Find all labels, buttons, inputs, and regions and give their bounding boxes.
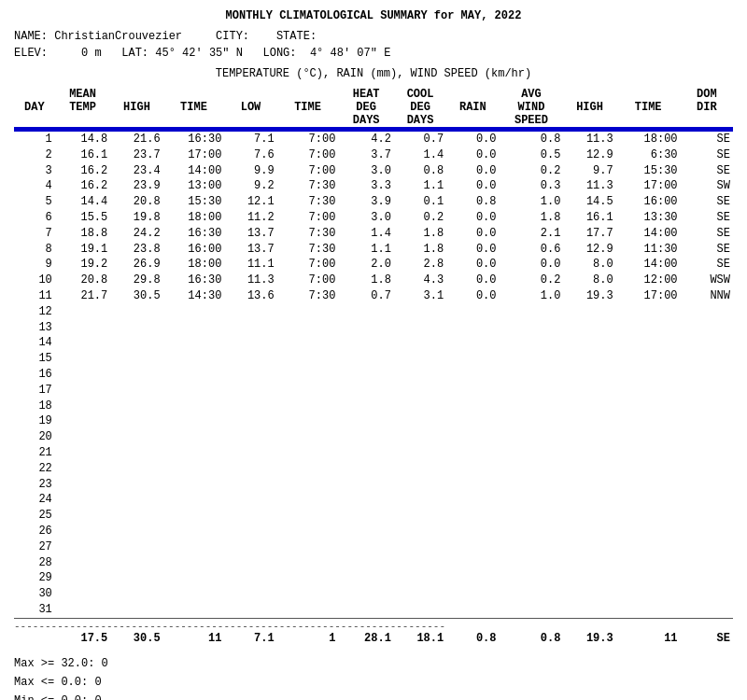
col-ltime-h1: [277, 88, 339, 101]
cell-10: [563, 429, 615, 445]
cell-3: 16:00: [163, 242, 225, 258]
col-day-h2: DAY: [14, 101, 55, 114]
table-row: 316.223.414:009.97:003.00.80.00.29.715:3…: [14, 163, 733, 179]
col-day-h3: [14, 114, 55, 127]
col-avghigh-h3: [563, 114, 615, 127]
col-avgspd-h3: SPEED: [500, 114, 564, 127]
cell-6: 1.4: [338, 226, 393, 242]
cell-9: [500, 539, 564, 555]
cell-3: [163, 586, 225, 602]
cell-4: [224, 335, 276, 351]
cell-2: 19.8: [110, 210, 162, 226]
cell-10: [563, 335, 615, 351]
cell-9: [500, 429, 564, 445]
col-htime-h1: [163, 88, 225, 101]
cell-7: 0.2: [394, 210, 446, 226]
cell-11: 18:00: [616, 132, 681, 147]
cell-3: [163, 335, 225, 351]
cell-12: [681, 461, 733, 477]
cell-4: 13.7: [224, 226, 276, 242]
cell-5: 7:30: [277, 194, 339, 210]
cell-4: [224, 508, 276, 524]
cell-9: [500, 508, 564, 524]
cell-4: [224, 399, 276, 414]
cell-7: 1.4: [394, 147, 446, 163]
table-row: 17: [14, 383, 733, 399]
cell-0: 25: [14, 508, 55, 524]
cell-11: 14:00: [616, 226, 681, 242]
cell-12: [681, 492, 733, 508]
cell-7: [394, 320, 446, 336]
table-row: 12: [14, 304, 733, 320]
cell-10: 19.3: [563, 288, 615, 304]
cell-0: 9: [14, 257, 55, 273]
cell-7: [394, 445, 446, 461]
cell-12: [681, 445, 733, 461]
cell-7: 1.8: [394, 242, 446, 258]
cell-1: [55, 539, 110, 555]
cell-11: [616, 413, 681, 429]
cell-8: 0.0: [446, 242, 499, 258]
cell-1: 19.2: [55, 257, 110, 273]
table-row: 19: [14, 413, 733, 429]
cell-6: 3.0: [338, 163, 393, 179]
cell-11: 14:00: [616, 257, 681, 273]
cell-1: [55, 477, 110, 493]
lat-value: 45° 42' 35" N: [155, 47, 243, 60]
cell-8: [446, 320, 499, 336]
cell-9: [500, 586, 564, 602]
cell-11: [616, 304, 681, 320]
cell-4: [224, 461, 276, 477]
summary-cell-10: 19.3: [563, 632, 615, 645]
table-row: 13: [14, 320, 733, 336]
cell-10: [563, 367, 615, 383]
cell-5: 7:00: [277, 147, 339, 163]
cell-10: 11.3: [563, 178, 615, 194]
cell-1: 16.1: [55, 147, 110, 163]
cell-9: [500, 413, 564, 429]
cell-5: [277, 383, 339, 399]
cell-4: 9.9: [224, 163, 276, 179]
cell-3: [163, 539, 225, 555]
cell-11: 17:00: [616, 178, 681, 194]
cell-7: [394, 602, 446, 618]
cell-3: [163, 602, 225, 618]
cell-9: [500, 367, 564, 383]
cell-9: [500, 492, 564, 508]
cell-7: [394, 508, 446, 524]
cell-0: 31: [14, 602, 55, 618]
cell-8: 0.0: [446, 257, 499, 273]
cell-8: [446, 539, 499, 555]
cell-0: 27: [14, 539, 55, 555]
cell-12: [681, 399, 733, 414]
cell-1: [55, 445, 110, 461]
cell-7: 1.8: [394, 226, 446, 242]
cell-6: 3.3: [338, 178, 393, 194]
cell-4: [224, 413, 276, 429]
cell-11: [616, 335, 681, 351]
cell-12: SE: [681, 132, 733, 147]
cell-9: [500, 399, 564, 414]
cell-8: [446, 602, 499, 618]
cell-2: [110, 367, 162, 383]
cell-7: [394, 413, 446, 429]
cell-3: [163, 461, 225, 477]
cell-6: [338, 508, 393, 524]
cell-10: [563, 445, 615, 461]
cell-12: SE: [681, 242, 733, 258]
cell-2: [110, 461, 162, 477]
col-ltime-h3: [277, 114, 339, 127]
cell-11: [616, 492, 681, 508]
cell-1: 21.7: [55, 288, 110, 304]
cell-8: 0.8: [446, 194, 499, 210]
cell-1: [55, 304, 110, 320]
cell-5: [277, 320, 339, 336]
table-row: 1121.730.514:3013.67:300.73.10.01.019.31…: [14, 288, 733, 304]
cell-8: [446, 461, 499, 477]
cell-10: [563, 539, 615, 555]
cell-7: [394, 570, 446, 586]
cell-0: 13: [14, 320, 55, 336]
summary-cell-6: 28.1: [338, 632, 393, 645]
cell-9: 0.0: [500, 257, 564, 273]
table-row: 114.821.616:307.17:004.20.70.00.811.318:…: [14, 132, 733, 147]
